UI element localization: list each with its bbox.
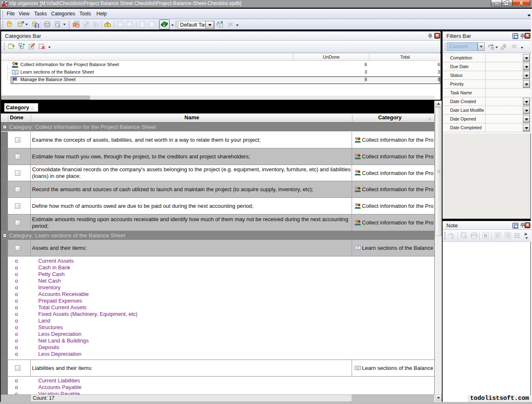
svg-text:B: B: [484, 233, 487, 238]
